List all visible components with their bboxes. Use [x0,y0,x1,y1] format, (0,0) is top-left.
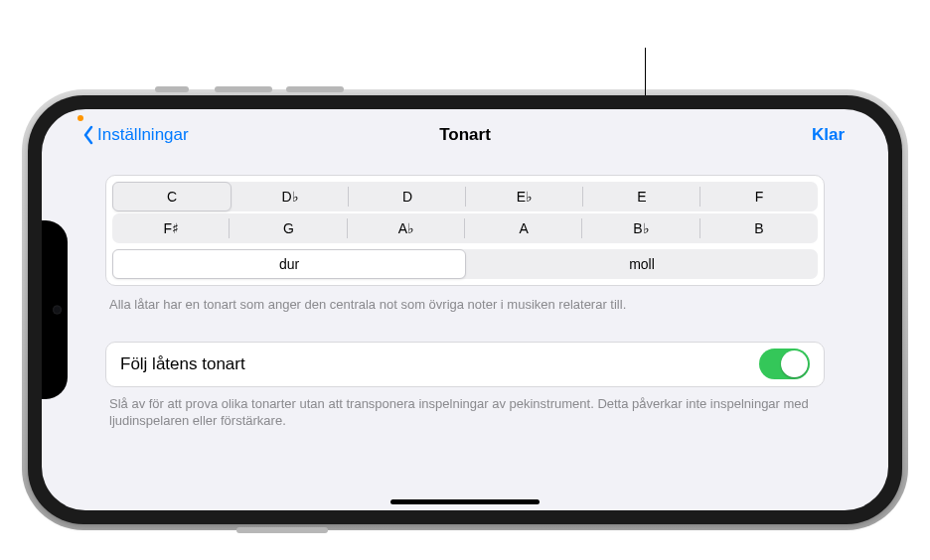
key-selector-panel: C D♭ D E♭ E F F♯ G A♭ A B♭ B [105,175,825,286]
follow-key-row: Följ låtens tonart [105,342,825,387]
home-indicator[interactable] [390,499,540,504]
key-row-1: C D♭ D E♭ E F [112,182,818,211]
key-a[interactable]: A [465,213,582,243]
key-b[interactable]: B [700,213,818,243]
key-f[interactable]: F [700,182,818,211]
screen: Inställningar Tonart Klar C D♭ D E♭ E F [42,109,888,510]
mute-switch [155,86,189,92]
done-button[interactable]: Klar [812,125,845,145]
page-title: Tonart [439,125,491,145]
mode-minor[interactable]: moll [466,249,818,279]
mode-major[interactable]: dur [112,249,466,279]
notch [42,220,68,399]
nav-bar: Inställningar Tonart Klar [81,117,849,153]
back-button[interactable]: Inställningar [81,125,189,145]
follow-key-label: Följ låtens tonart [120,354,245,374]
key-footnote: Alla låtar har en tonart som anger den c… [105,286,825,314]
key-row-2: F♯ G A♭ A B♭ B [112,213,818,243]
key-aflat[interactable]: A♭ [348,213,465,243]
key-dflat[interactable]: D♭ [232,182,349,211]
key-e[interactable]: E [583,182,700,211]
mode-selector: dur moll [112,249,818,279]
key-d[interactable]: D [349,182,466,211]
key-g[interactable]: G [230,213,347,243]
follow-key-toggle[interactable] [759,349,810,379]
volume-up-button [215,86,272,92]
volume-down-button [286,86,344,92]
back-label: Inställningar [97,125,189,145]
follow-key-footnote: Slå av för att prova olika tonarter utan… [105,387,825,430]
key-bflat[interactable]: B♭ [582,213,699,243]
chevron-left-icon [81,125,95,145]
key-c[interactable]: C [112,182,232,211]
key-fsharp[interactable]: F♯ [112,213,230,243]
power-button [236,527,328,533]
content: C D♭ D E♭ E F F♯ G A♭ A B♭ B [105,175,825,510]
phone-frame: Inställningar Tonart Klar C D♭ D E♭ E F [28,95,902,524]
key-eflat[interactable]: E♭ [466,182,583,211]
